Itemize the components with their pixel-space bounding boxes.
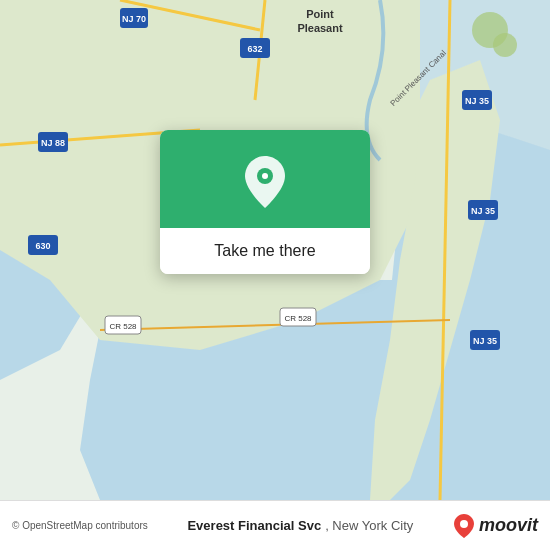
svg-point-35 <box>493 33 517 57</box>
svg-text:NJ 70: NJ 70 <box>122 14 146 24</box>
svg-text:CR 528: CR 528 <box>109 322 137 331</box>
location-name: Everest Financial Svc <box>187 518 321 533</box>
svg-text:NJ 35: NJ 35 <box>465 96 489 106</box>
osm-attribution: © OpenStreetMap contributors <box>12 520 148 531</box>
svg-text:CR 528: CR 528 <box>284 314 312 323</box>
popup-green-section <box>160 130 370 228</box>
svg-text:NJ 88: NJ 88 <box>41 138 65 148</box>
take-me-there-button[interactable]: Take me there <box>160 228 370 274</box>
moovit-pin-icon <box>453 513 475 539</box>
map-container: NJ 70 632 NJ 88 630 CR 528 CR 528 NJ 35 … <box>0 0 550 500</box>
svg-text:Point: Point <box>306 8 334 20</box>
popup-card: Take me there <box>160 130 370 274</box>
svg-text:NJ 35: NJ 35 <box>471 206 495 216</box>
svg-point-38 <box>460 520 468 528</box>
bottom-bar: © OpenStreetMap contributors Everest Fin… <box>0 500 550 550</box>
svg-text:632: 632 <box>247 44 262 54</box>
svg-text:Pleasant: Pleasant <box>297 22 343 34</box>
map-pin-icon <box>241 154 289 210</box>
location-city: , New York City <box>325 518 413 533</box>
moovit-logo: moovit <box>453 513 538 539</box>
svg-text:NJ 35: NJ 35 <box>473 336 497 346</box>
location-info: Everest Financial Svc , New York City <box>187 518 413 533</box>
bottom-left: © OpenStreetMap contributors <box>12 520 148 531</box>
moovit-text: moovit <box>479 515 538 536</box>
svg-text:630: 630 <box>35 241 50 251</box>
svg-point-37 <box>262 173 268 179</box>
